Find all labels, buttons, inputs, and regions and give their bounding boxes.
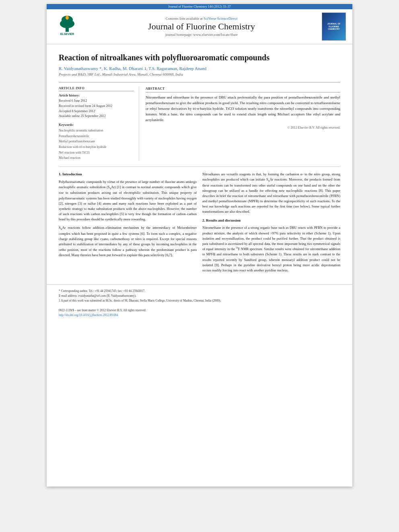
keyword-6: Michael reaction xyxy=(59,155,134,161)
sciverse-link[interactable]: SciVerse ScienceDirect xyxy=(204,16,237,21)
journal-title: Journal of Fluorine Chemistry xyxy=(85,21,318,32)
abstract-label: ABSTRACT xyxy=(146,86,340,92)
article-affiliation: Projects and R&D, SRF Ltd., Manali Indus… xyxy=(59,72,340,76)
article-info-label: ARTICLE INFO xyxy=(59,86,134,91)
intro-heading: 1. Introduction xyxy=(59,172,197,177)
svg-rect-3 xyxy=(66,27,69,32)
sciverse-line: Contents lists available at SciVerse Sci… xyxy=(85,16,318,21)
footer-doi[interactable]: http://dx.doi.org/10.1016/j.jfluchem.201… xyxy=(59,313,340,318)
article-history-label: Article history: xyxy=(59,94,134,97)
revised-date: Received in revised form 24 August 2012 xyxy=(59,104,134,109)
keyword-4: Reduction with tri-n-butyltin hydride xyxy=(59,144,134,150)
footnote-1: 1 A part of this work was submitted as M… xyxy=(59,298,340,303)
keywords-label: Keywords: xyxy=(59,123,134,127)
article-title: Reaction of nitroalkanes with polyfluoro… xyxy=(59,52,340,63)
keyword-5: Nef reaction with TiCl3 xyxy=(59,150,134,156)
article-page: Journal of Fluorine Chemistry 144 (2012)… xyxy=(47,4,352,487)
online-date: Available online 25 September 2012 xyxy=(59,114,134,119)
journal-center-info: Contents lists available at SciVerse Sci… xyxy=(85,16,318,37)
journal-homepage: journal homepage: www.elsevier.com/locat… xyxy=(85,33,318,37)
footer-issn: 0022-1139/$ – see front matter © 2012 El… xyxy=(59,308,340,313)
main-col-left: 1. Introduction Polyfluoroaromatic compo… xyxy=(59,172,197,276)
article-body: Reaction of nitroalkanes with polyfluoro… xyxy=(47,44,352,284)
svg-text:ELSEVIER: ELSEVIER xyxy=(60,33,74,35)
elsevier-logo: ELSEVIER xyxy=(53,15,81,39)
svg-point-2 xyxy=(60,19,74,28)
intro-paragraph-1: Polyfluoroaromatic compounds by virtue o… xyxy=(59,179,197,222)
article-info-column: ARTICLE INFO Article history: Received 6… xyxy=(59,86,139,161)
abstract-text: Nitromethane and nitroethane in the pres… xyxy=(146,95,340,123)
results-heading: 2. Results and discussion xyxy=(202,218,340,224)
keyword-2: Pentafluorobenzonitrile xyxy=(59,134,134,139)
main-col-right: Nitroalkanes are versatile reagents in t… xyxy=(202,172,340,276)
svg-point-4 xyxy=(66,16,69,20)
received-date: Received 6 June 2012 xyxy=(59,99,134,104)
keyword-3: Methyl pentafluorobenzoate xyxy=(59,139,134,144)
article-authors: R. Vaidyanathaswamy *, K. Radha, M. Dhar… xyxy=(59,66,340,71)
main-content: 1. Introduction Polyfluoroaromatic compo… xyxy=(59,166,340,276)
journal-cover-image: JOURNAL OFFLUORINECHEMISTRY xyxy=(322,12,346,41)
keyword-1: Nucleophilic aromatic substitution xyxy=(59,128,134,134)
intro-paragraph-2: SNAr reactions follow addition–eliminati… xyxy=(59,225,197,257)
journal-header: ELSEVIER Contents lists available at Sci… xyxy=(47,9,352,44)
article-info-abstract: ARTICLE INFO Article history: Received 6… xyxy=(59,82,340,161)
article-footer: * Corresponding author. Tel.: +91 44 259… xyxy=(47,284,352,322)
footnote-star: * Corresponding author. Tel.: +91 44 259… xyxy=(59,289,340,294)
journal-ref-bar: Journal of Fluorine Chemistry 144 (2012)… xyxy=(47,4,352,9)
intro-paragraph-3: Nitroalkanes are versatile reagents in t… xyxy=(202,172,340,215)
abstract-column: ABSTRACT Nitromethane and nitroethane in… xyxy=(146,86,340,161)
copyright-line: © 2012 Elsevier B.V. All rights reserved… xyxy=(146,125,340,130)
accepted-date: Accepted 8 September 2012 xyxy=(59,109,134,114)
results-paragraph-1: Nitromethane in the presence of a strong… xyxy=(202,225,340,273)
footnote-email: E-mail address: rvaidyanatha@srf.com (R.… xyxy=(59,294,340,298)
